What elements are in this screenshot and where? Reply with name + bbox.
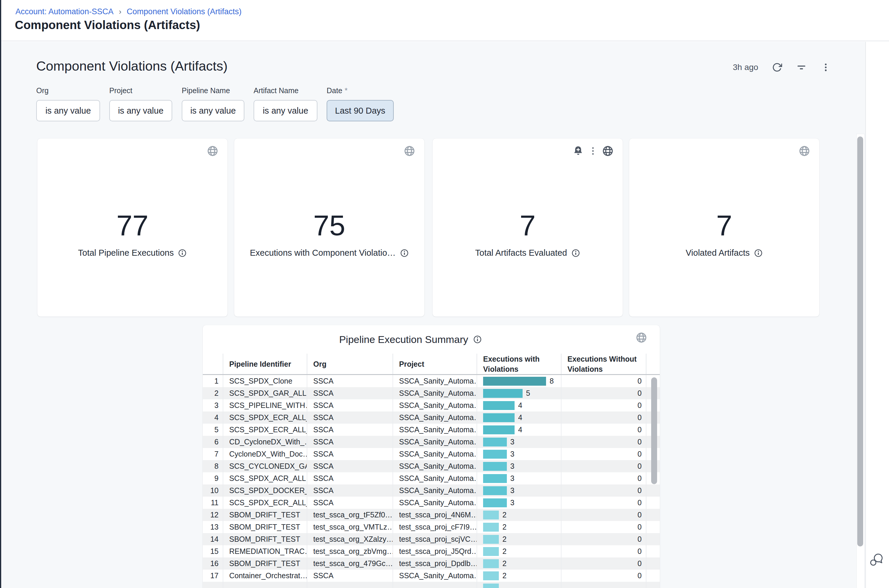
pipeline-execution-summary-panel: Pipeline Execution Summary Pipeline Iden… [203,325,660,588]
cell-project: SSCA_Sanity_Automa… [393,399,477,411]
cell-executions-with-violations: 2 [477,570,561,582]
filter-date-value-button[interactable]: Last 90 Days [326,100,394,122]
breadcrumb-separator: › [119,7,122,16]
info-icon[interactable] [178,249,187,258]
violations-value-label: 4 [518,413,522,422]
table-row[interactable]: 5SCS_SPDX_ECR_ALL_…SSCASSCA_Sanity_Autom… [203,424,660,436]
cell-executions-with-violations: 2 [477,558,561,570]
table-row[interactable]: 3SCS_PIPELINE_WITH…SSCASSCA_Sanity_Autom… [203,399,660,411]
cell-row-index: 13 [203,521,223,533]
violations-bar [483,438,507,447]
table-row[interactable]: 11SCS_SPDX_ECR_ALL_…SSCASSCA_Sanity_Auto… [203,496,660,509]
header-executions-without-violations[interactable]: Executions Without Violations [561,354,647,374]
filter-icon [796,62,806,72]
info-icon[interactable] [754,249,763,258]
cell-org: SSCA [307,375,393,387]
info-icon[interactable] [473,335,482,344]
table-row[interactable]: 16SBOM_DRIFT_TESTtest_ssca_org_479Gc…tes… [203,558,660,570]
cell-org: SSCA [307,570,393,582]
cell-executions-with-violations: 3 [477,448,561,460]
violations-bar [483,547,499,556]
cell-pipeline-identifier: REMEDIATION_TRAC… [223,545,307,558]
breadcrumb-account-link[interactable]: Account: Automation-SSCA [15,7,113,16]
cell-executions-without-violations: 0 [561,460,647,472]
page-scrollbar-track[interactable] [856,134,865,588]
card-violated-artifacts: 7 Violated Artifacts [629,138,819,316]
filter-org-value-button[interactable]: is any value [36,100,100,122]
cell-pipeline-identifier: SCS_CYCLONEDX_GA… [223,460,307,472]
table-scrollbar-thumb[interactable] [651,377,657,484]
header-pipeline-identifier[interactable]: Pipeline Identifier [223,354,307,374]
cell-executions-without-violations: 0 [561,424,647,436]
cell-executions-without-violations: 0 [561,411,647,424]
cell-executions-without-violations: 0 [561,496,647,509]
required-asterisk: * [345,86,348,96]
cell-pipeline-identifier: CD_CycloneDX_With_… [223,436,307,448]
cell-executions-without-violations: 0 [561,545,647,558]
header-executions-with-violations[interactable]: Executions with Violations [477,354,561,374]
table-row[interactable]: 2SCS_SPDX_GAR_ALL…SSCASSCA_Sanity_Automa… [203,387,660,399]
top-header: Account: Automation-SSCA › Component Vio… [0,0,889,41]
cell-row-index: 3 [203,399,223,411]
filter-project-value-button[interactable]: is any value [109,100,172,122]
info-icon[interactable] [400,249,409,258]
metric-label-text: Total Artifacts Evaluated [475,248,567,258]
chat-bubbles-icon [869,552,884,567]
cell-org: SSCA [307,436,393,448]
page-scrollbar-thumb[interactable] [857,136,863,546]
violations-value-label: 4 [518,425,522,434]
table-row[interactable]: 7CycloneDX_With_Doc…SSCASSCA_Sanity_Auto… [203,448,660,460]
table-row[interactable]: 13SBOM_DRIFT_TESTtest_ssca_org_VMTLz…tes… [203,521,660,533]
header-org[interactable]: Org [307,354,393,374]
filter-artifact-name: Artifact Name is any value [254,86,317,122]
panel-title-row: Pipeline Execution Summary [203,325,660,354]
header-project[interactable]: Project [393,354,477,374]
table-row[interactable]: 8SCS_CYCLONEDX_GA…SSCASSCA_Sanity_Automa… [203,460,660,472]
table-row[interactable]: 1SCS_SPDX_CloneSSCASSCA_Sanity_Automa…80 [203,375,660,387]
cell-executions-without-violations: 0 [561,521,647,533]
cell-project: test_ssca_proj_4N6M… [393,509,477,521]
globe-icon[interactable] [635,332,647,344]
cell-executions-with-violations: 4 [477,424,561,436]
dashboard-filters-button[interactable] [796,62,807,73]
metric-value: 77 [116,211,149,240]
breadcrumb-current-link[interactable]: Component Violations (Artifacts) [127,7,242,16]
cell-row-index: 11 [203,496,223,509]
table-row[interactable]: 14SBOM_DRIFT_TESTtest_ssca_org_XZalzy…te… [203,533,660,545]
cell-row-index: 6 [203,436,223,448]
table-row[interactable]: 10SCS_SPDX_DOCKER_…SSCASSCA_Sanity_Autom… [203,484,660,496]
filter-artifact-name-label: Artifact Name [254,86,317,96]
cell-executions-without-violations: 0 [561,375,647,387]
table-row[interactable]: 12SBOM_DRIFT_TESTtest_ssca_org_tF5Zf0…te… [203,509,660,521]
metric-label-text: Executions with Component Violatio… [250,248,396,258]
filter-pipeline-name-value-button[interactable]: is any value [182,100,244,122]
table-body: 1SCS_SPDX_CloneSSCASSCA_Sanity_Automa…80… [203,375,660,588]
cell-project: test_ssca_proj_cF7I9… [393,521,477,533]
chat-help-button[interactable] [869,552,884,567]
cell-org: SSCA [307,460,393,472]
cell-executions-with-violations: 3 [477,484,561,496]
info-icon[interactable] [571,249,580,258]
cell-executions-without-violations: 0 [561,387,647,399]
cell-org: SSCA [307,387,393,399]
cell-executions-with-violations [477,582,561,588]
table-row[interactable]: 15REMEDIATION_TRAC…test_ssca_org_zbVmg…t… [203,545,660,558]
violations-value-label: 3 [510,438,514,446]
table-header-row: Pipeline Identifier Org Project Executio… [203,354,660,375]
cell-project: SSCA_Sanity_Automa… [393,424,477,436]
filter-artifact-name-value-button[interactable]: is any value [254,100,317,122]
table-row[interactable]: 4SCS_SPDX_ECR_ALL_…SSCASSCA_Sanity_Autom… [203,411,660,424]
cell-executions-without-violations: 0 [561,436,647,448]
refresh-button[interactable] [772,62,783,73]
table-row[interactable]: 6CD_CycloneDX_With_…SSCASSCA_Sanity_Auto… [203,436,660,448]
table-row[interactable]: 17Container_Orchestrat…SSCASSCA_Sanity_A… [203,570,660,582]
cell-project: test_ssca_proj_Dpdlb… [393,558,477,570]
cell-org: SSCA [307,484,393,496]
cell-pipeline-identifier: SCS_SPDX_Clone [223,375,307,387]
violations-bar [483,498,507,507]
table-row[interactable]: 9SCS_SPDX_ACR_ALL…SSCASSCA_Sanity_Automa… [203,472,660,484]
violations-value-label: 2 [502,547,507,556]
dashboard-more-button[interactable] [820,62,831,73]
filter-date: Date * Last 90 Days [326,86,394,122]
table-row[interactable] [203,582,660,588]
